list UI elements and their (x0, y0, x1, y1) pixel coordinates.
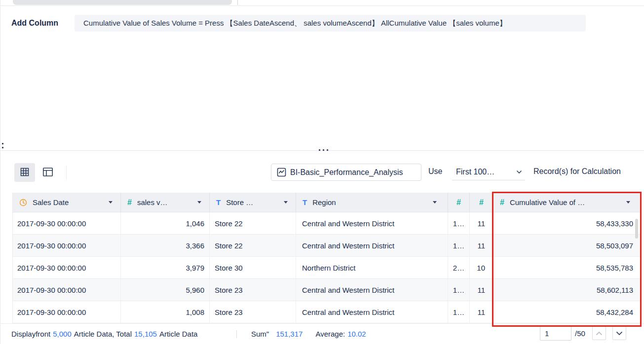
column-header-label: Cumulative Value of … (510, 198, 585, 206)
chevron-up-icon (596, 331, 603, 336)
sort-caret-icon (197, 201, 201, 204)
column-header-region[interactable]: T Region (296, 193, 448, 212)
cell-cumulative-value: 58,602,113 (493, 279, 642, 301)
chevron-down-icon (516, 170, 522, 174)
column-header-cumulative-value[interactable]: # Cumulative Value of … (493, 193, 642, 212)
sort-caret-icon (433, 201, 437, 204)
cell-number-2: 11 (470, 279, 493, 301)
sum-value: 151,317 (276, 330, 303, 338)
cell-region: Central and Western District (296, 301, 448, 323)
cell-number-1: 2… (448, 257, 470, 278)
average-label: Average: (315, 330, 345, 338)
table-header-row: Sales Date # sales v… T Store … T Region… (12, 193, 641, 212)
cell-region: Central and Western District (296, 279, 448, 301)
column-header-store[interactable]: T Store … (210, 193, 296, 212)
cell-sales-date: 2017-09-30 00:00:00 (13, 235, 121, 256)
display-label: Displayfront (11, 330, 50, 338)
table-row: 2017-09-30 00:00:00 3,979 Store 30 North… (13, 257, 641, 279)
grid-view-button[interactable] (14, 163, 35, 182)
number-field-icon: # (500, 198, 504, 207)
cell-sales-volume: 1,046 (121, 212, 210, 234)
cell-cumulative-value: 58,433,330 (493, 212, 642, 234)
cell-number-1: 1… (448, 301, 470, 323)
column-header-label: Region (312, 198, 336, 206)
dot (2, 147, 3, 148)
column-header-number-1[interactable]: # (448, 193, 470, 212)
column-header-number-2[interactable]: # (470, 193, 493, 212)
display-suffix-label: Article Data (159, 330, 198, 338)
cell-number-1: 1… (448, 212, 470, 234)
column-view-button[interactable] (38, 163, 58, 182)
cell-sales-date: 2017-09-30 00:00:00 (13, 257, 121, 278)
status-separator (236, 330, 237, 338)
cell-number-2: 11 (470, 301, 493, 323)
use-label: Use (428, 167, 442, 176)
page-total-label: /50 (575, 329, 585, 338)
table-row: 2017-09-30 00:00:00 3,366 Store 22 Centr… (13, 235, 641, 257)
cell-store: Store 22 (210, 235, 296, 256)
cell-store: Store 22 (210, 212, 296, 234)
rows-shown-count: 5,000 (53, 330, 72, 338)
cell-sales-date: 2017-09-30 00:00:00 (13, 212, 121, 234)
cell-number-2: 10 (470, 257, 493, 278)
cell-store: Store 30 (210, 257, 296, 278)
cell-region: Central and Western District (296, 212, 448, 234)
app-screen: Add Column Cumulative Value of Sales Vol… (0, 0, 644, 344)
cell-number-1: 1… (448, 279, 470, 301)
edit-panel: Add Column Cumulative Value of Sales Vol… (0, 0, 644, 151)
cell-sales-date: 2017-09-30 00:00:00 (13, 301, 121, 323)
sort-caret-icon (284, 201, 288, 204)
cell-region: Central and Western District (296, 235, 448, 256)
formula-field[interactable]: Cumulative Value of Sales Volume = Press… (75, 15, 586, 32)
toolbar-separator (66, 166, 67, 179)
chevron-down-icon (616, 331, 623, 336)
column-header-sales-date[interactable]: Sales Date (13, 193, 121, 212)
records-for-calculation-label: Record(s) for Calculation (533, 167, 621, 176)
average-value: 10.02 (347, 330, 366, 338)
table-row: 2017-09-30 00:00:00 1,008 Store 23 Centr… (13, 301, 641, 323)
cell-sales-volume: 3,979 (121, 257, 210, 278)
cell-number-2: 11 (470, 235, 493, 256)
cell-store: Store 23 (210, 279, 296, 301)
column-header-label: sales v… (137, 198, 168, 206)
vertical-scrollbar-thumb[interactable] (635, 219, 638, 239)
preview-panel: BI-Basic_Performance_Analysis Use First … (0, 151, 644, 344)
number-field-icon: # (127, 198, 132, 207)
display-mid-label: Article Data, Total (74, 330, 132, 338)
add-column-label: Add Column (11, 19, 58, 28)
number-field-icon: # (479, 198, 484, 207)
cell-store: Store 23 (210, 301, 296, 323)
previous-page-button[interactable] (592, 326, 606, 340)
cell-region: Northern District (296, 257, 448, 278)
table-row: 2017-09-30 00:00:00 1,046 Store 22 Centr… (13, 212, 641, 235)
row-count-summary: Displayfront 5,000 Article Data, Total 1… (11, 324, 197, 344)
cell-sales-volume: 5,960 (121, 279, 210, 301)
cell-sales-volume: 3,366 (121, 235, 210, 256)
column-header-sales-volume[interactable]: # sales v… (121, 193, 210, 212)
page-number-input[interactable] (540, 326, 571, 341)
sum-label: Sum" (251, 330, 269, 338)
sort-caret-icon (626, 201, 630, 204)
next-page-button[interactable] (612, 326, 626, 340)
sort-caret-icon (109, 201, 113, 204)
status-bar: Displayfront 5,000 Article Data, Total 1… (0, 323, 644, 344)
record-scope-value: First 100… (456, 168, 494, 176)
top-toolbar-fragment (13, 0, 232, 5)
table-row: 2017-09-30 00:00:00 5,960 Store 23 Centr… (13, 279, 641, 301)
dataset-name: BI-Basic_Performance_Analysis (290, 168, 403, 177)
cell-cumulative-value: 58,503,097 (493, 235, 642, 256)
record-scope-dropdown[interactable]: First 100… (452, 164, 525, 180)
column-header-label: Store … (226, 198, 253, 206)
cell-cumulative-value: 58,535,783 (493, 257, 642, 278)
date-clock-icon (19, 199, 27, 206)
number-field-icon: # (456, 198, 461, 207)
total-rows-count: 15,105 (134, 330, 157, 338)
dot (2, 143, 3, 144)
aggregation-summary: Sum" 151,317 Average: 10.02 (251, 324, 366, 344)
top-toolbar-divider (237, 0, 238, 5)
cell-number-2: 11 (470, 212, 493, 234)
dataset-button[interactable]: BI-Basic_Performance_Analysis (271, 164, 421, 181)
cell-cumulative-value: 58,432,284 (493, 301, 642, 323)
table-body: 2017-09-30 00:00:00 1,046 Store 22 Centr… (12, 212, 641, 323)
cell-number-1: 1… (448, 235, 470, 256)
